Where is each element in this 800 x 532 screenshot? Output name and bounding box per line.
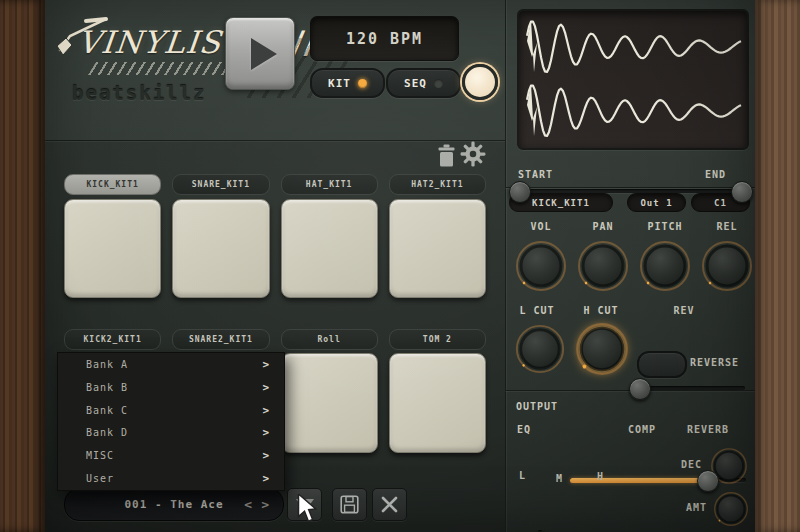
eq-m-band-label: M — [556, 473, 563, 484]
end-handle[interactable] — [731, 181, 753, 203]
divider-sample — [505, 187, 755, 188]
preset-next-button[interactable]: > — [261, 497, 270, 512]
tab-kick2-kit1[interactable]: KICK2_KIT1 — [64, 329, 161, 350]
menu-item-bank-a[interactable]: Bank A> — [58, 353, 284, 376]
rev-slider — [633, 378, 745, 398]
kit-label: KIT — [328, 77, 351, 90]
amt-label: AMT — [686, 502, 707, 513]
menu-label: Bank A — [86, 359, 128, 370]
pad-2[interactable] — [172, 199, 269, 298]
hcut-label: H CUT — [583, 305, 618, 316]
vol-label: VOL — [530, 221, 551, 232]
start-handle[interactable] — [509, 181, 531, 203]
pad-4[interactable] — [389, 199, 486, 298]
eq-label: EQ — [517, 424, 531, 435]
pan-knob[interactable] — [575, 238, 631, 294]
waveform-display — [517, 9, 749, 150]
power-glow-button[interactable] — [462, 64, 498, 100]
kit-tabs-row1: KICK_KIT1 SNARE_KIT1 HAT_KIT1 HAT2_KIT1 — [64, 174, 486, 195]
dec-label: DEC — [681, 459, 702, 470]
floppy-icon — [340, 495, 359, 514]
pad-1[interactable] — [64, 199, 161, 298]
pads-row1 — [64, 199, 486, 296]
preset-dropdown-button[interactable] — [287, 488, 322, 521]
menu-label: Bank C — [86, 405, 128, 416]
preset-arrows: < > — [244, 497, 270, 512]
output-handle[interactable] — [697, 470, 719, 492]
tab-snare-kit1[interactable]: SNARE_KIT1 — [172, 174, 269, 195]
bpm-display[interactable]: 120 BPM — [310, 16, 459, 61]
tab-tom2[interactable]: TOM 2 — [389, 329, 486, 350]
eq-l-band-label: L — [519, 470, 526, 481]
logo-hatch-marks — [88, 62, 238, 75]
divider-header — [45, 140, 505, 141]
rel-knob[interactable] — [699, 238, 755, 294]
chevron-right-icon: > — [262, 358, 270, 371]
chevron-right-icon: > — [262, 472, 270, 485]
tab-hat-kit1[interactable]: HAT_KIT1 — [281, 174, 378, 195]
kit-mode-button[interactable]: KIT — [310, 68, 385, 98]
reverb-label: REVERB — [687, 424, 729, 435]
menu-label: Bank D — [86, 427, 128, 438]
preset-prev-button[interactable]: < — [244, 497, 253, 512]
chevron-right-icon: > — [262, 426, 270, 439]
chevron-right-icon: > — [262, 381, 270, 394]
rev-handle[interactable] — [629, 378, 651, 400]
pitch-knob[interactable] — [637, 238, 693, 294]
menu-item-user[interactable]: User> — [58, 467, 284, 490]
comp-label: COMP — [628, 424, 656, 435]
chevron-right-icon: > — [262, 449, 270, 462]
wood-rail-left — [0, 0, 45, 532]
reverse-label: REVERSE — [690, 357, 739, 368]
tab-snare2-kit1[interactable]: SNARE2_KIT1 — [172, 329, 269, 350]
lcut-knob[interactable] — [513, 322, 567, 376]
triangle-down-icon — [296, 499, 314, 511]
rev-label: REV — [673, 305, 694, 316]
menu-label: User — [86, 473, 114, 484]
faceplate: VINYLISTIK/// beatskillz 120 BPM KIT SEQ — [45, 0, 755, 532]
preset-display[interactable]: 001 - The Ace < > — [64, 488, 284, 521]
trash-icon[interactable] — [437, 144, 456, 167]
output-route-box[interactable]: Out 1 — [627, 193, 686, 212]
output-label: OUTPUT — [516, 401, 558, 412]
play-icon — [251, 38, 277, 70]
hcut-knob[interactable] — [573, 320, 631, 378]
tab-kick-kit1[interactable]: KICK_KIT1 — [64, 174, 161, 195]
plugin-window: VINYLISTIK/// beatskillz 120 BPM KIT SEQ — [0, 0, 800, 532]
kit-tabs-row2: KICK2_KIT1 SNARE2_KIT1 Roll TOM 2 — [64, 329, 486, 350]
reverse-button[interactable] — [637, 351, 687, 378]
lcut-label: L CUT — [519, 305, 554, 316]
gear-icon[interactable] — [460, 141, 486, 167]
menu-label: MISC — [86, 450, 114, 461]
divider-columns — [505, 0, 506, 532]
pan-label: PAN — [592, 221, 613, 232]
preset-name: 001 - The Ace — [124, 498, 223, 511]
play-button[interactable] — [225, 17, 295, 90]
amt-knob[interactable] — [712, 490, 750, 528]
tab-hat2-kit1[interactable]: HAT2_KIT1 — [389, 174, 486, 195]
wood-rail-right — [755, 0, 800, 532]
menu-item-bank-c[interactable]: Bank C> — [58, 399, 284, 422]
pad-3[interactable] — [281, 199, 378, 298]
pad-7[interactable] — [281, 353, 378, 453]
pad-8[interactable] — [389, 353, 486, 453]
menu-label: Bank B — [86, 382, 128, 393]
chevron-right-icon: > — [262, 404, 270, 417]
seq-led — [434, 79, 443, 88]
pitch-label: PITCH — [647, 221, 682, 232]
vol-knob[interactable] — [513, 238, 569, 294]
delete-button[interactable] — [372, 488, 407, 521]
x-icon — [381, 496, 398, 513]
eq-h-band-label: H — [597, 471, 604, 482]
tab-roll[interactable]: Roll — [281, 329, 378, 350]
end-label: END — [705, 169, 726, 180]
seq-mode-button[interactable]: SEQ — [386, 68, 461, 98]
waveform — [519, 11, 747, 148]
menu-item-bank-b[interactable]: Bank B> — [58, 376, 284, 399]
start-label: START — [518, 169, 553, 180]
menu-item-misc[interactable]: MISC> — [58, 444, 284, 467]
seq-label: SEQ — [404, 77, 427, 90]
save-button[interactable] — [332, 488, 367, 521]
menu-item-bank-d[interactable]: Bank D> — [58, 421, 284, 444]
rel-label: REL — [716, 221, 737, 232]
